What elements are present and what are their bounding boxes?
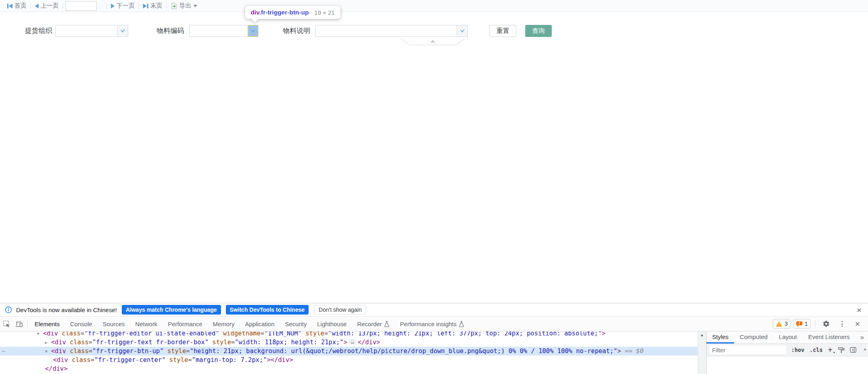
more-tabs-chevron[interactable]: » <box>860 331 868 343</box>
toolbar-separator <box>139 3 139 9</box>
last-page-button[interactable]: 末页 <box>143 2 162 10</box>
tab-label: Sources <box>103 321 125 327</box>
inspect-highlight-overlay <box>248 25 258 37</box>
code-token: <div <box>51 339 66 346</box>
tab-label: Performance <box>168 321 203 327</box>
styles-tab-computed[interactable]: Computed <box>734 331 773 343</box>
code-token: <div <box>43 331 58 337</box>
devtools-tab-performance-insights[interactable]: Performance insights <box>395 317 469 331</box>
devtools-tab-performance[interactable]: Performance <box>163 317 208 331</box>
next-page-button[interactable]: 下一页 <box>111 2 135 10</box>
line-gutter-dots[interactable]: ⋯ <box>2 347 5 356</box>
experiment-flask-icon <box>459 321 464 327</box>
elements-scrollbar[interactable]: ▲ <box>698 331 706 374</box>
expanded-arrow-icon[interactable]: ▼ <box>37 331 43 338</box>
tooltip-tag-name: div <box>251 9 259 16</box>
devtools-tab-security[interactable]: Security <box>280 317 312 331</box>
item-desc-input[interactable] <box>315 25 468 37</box>
prev-page-button[interactable]: 上一页 <box>35 2 59 10</box>
styles-tab-layout[interactable]: Layout <box>773 331 802 343</box>
styles-filter-input[interactable] <box>710 345 786 354</box>
export-button[interactable]: 导出 <box>171 2 197 10</box>
dropdown-trigger-button[interactable] <box>457 25 467 37</box>
devtools-tab-elements[interactable]: Elements <box>29 317 65 331</box>
tab-label: Recorder <box>357 321 382 327</box>
elements-tree-line[interactable]: </div> <box>0 364 698 373</box>
page-number-input[interactable] <box>66 1 97 11</box>
styles-sidebar: StylesComputedLayoutEvent Listeners» :ho… <box>706 331 868 374</box>
devtools-tab-memory[interactable]: Memory <box>208 317 240 331</box>
code-token: </div> <box>358 339 380 346</box>
settings-button[interactable] <box>820 317 833 331</box>
elements-tree-line[interactable]: ▶<div class="fr-trigger-text fr-border-b… <box>0 338 698 347</box>
devtools-tabs: ElementsConsoleSourcesNetworkPerformance… <box>29 317 469 331</box>
notification-close-icon[interactable]: × <box>857 303 862 317</box>
styles-tab-event-listeners[interactable]: Event Listeners <box>802 331 855 343</box>
toolbar-separator <box>815 320 815 327</box>
toolbar-separator <box>166 3 167 9</box>
more-options-button[interactable] <box>835 317 848 331</box>
expanded-arrow-icon[interactable]: ▼ <box>45 347 51 356</box>
query-button[interactable]: 查询 <box>525 25 552 37</box>
code-token: "fr-trigger-editor ui-state-enabled" <box>84 331 219 337</box>
element-style-rule[interactable]: element.style { height: 21px; <box>706 356 868 374</box>
pagination-toolbar: 首页 上一页 下一页 末页 导出 <box>0 0 868 12</box>
notification-message: DevTools is now available in Chinese! <box>16 307 117 313</box>
sidebar-panel-icon[interactable] <box>850 347 856 353</box>
devtools-tab-application[interactable]: Application <box>240 317 280 331</box>
tab-label: Application <box>245 321 274 327</box>
styles-scroll-up-icon[interactable]: ▲ <box>863 347 867 351</box>
code-token: "width: 118px; height: 21px;" <box>235 339 344 346</box>
new-style-rule-button[interactable]: + <box>828 346 833 354</box>
devtools-close-icon[interactable]: × <box>851 317 864 331</box>
style-editor-brush-icon[interactable] <box>838 347 845 353</box>
devtools: DevTools is now available in Chinese! Al… <box>0 303 868 374</box>
collapsed-arrow-icon[interactable]: ▶ <box>45 338 51 347</box>
screen: 首页 上一页 下一页 末页 导出 提货组织 <box>0 0 868 374</box>
styles-tab-styles[interactable]: Styles <box>706 331 734 343</box>
experiment-flask-icon <box>384 321 389 327</box>
first-page-icon <box>7 4 12 8</box>
code-token: "ITEM_NUM" <box>264 331 302 337</box>
collapse-panel-handle[interactable] <box>400 38 465 46</box>
device-toolbar-button[interactable] <box>13 317 26 331</box>
devtools-tab-sources[interactable]: Sources <box>98 317 130 331</box>
scroll-up-icon[interactable]: ▲ <box>698 331 706 339</box>
first-page-button[interactable]: 首页 <box>7 2 27 10</box>
match-language-button[interactable]: Always match Chrome's language <box>122 305 221 315</box>
devtools-tab-lighthouse[interactable]: Lighthouse <box>312 317 352 331</box>
code-token: = <box>260 331 264 337</box>
code-token: style <box>302 331 324 337</box>
code-token: <div <box>51 347 66 355</box>
warnings-badge[interactable]: 3 <box>773 319 790 329</box>
devtools-toolbar-right: 3 1 × <box>773 317 868 331</box>
tab-label: Console <box>70 321 92 327</box>
code-token: class <box>66 347 88 355</box>
warning-icon <box>776 321 782 327</box>
devtools-tab-network[interactable]: Network <box>130 317 163 331</box>
code-token: = <box>324 331 328 337</box>
dropdown-trigger-button[interactable] <box>117 25 128 37</box>
devtools-tab-recorder[interactable]: Recorder <box>352 317 395 331</box>
switch-to-chinese-button[interactable]: Switch DevTools to Chinese <box>226 305 309 315</box>
devtools-language-notification: DevTools is now available in Chinese! Al… <box>0 303 868 317</box>
elements-tree-line[interactable]: <div class="fr-trigger-center" style="ma… <box>0 356 698 364</box>
code-token: = <box>186 347 190 355</box>
devtools-tab-console[interactable]: Console <box>65 317 98 331</box>
prev-page-label: 上一页 <box>41 2 59 10</box>
toggle-pseudo-classes-button[interactable]: :hov <box>791 347 805 353</box>
elements-tree-line[interactable]: ▼<div class="fr-trigger-editor ui-state-… <box>0 331 698 338</box>
issues-badge[interactable]: 1 <box>793 319 811 329</box>
pickup-org-input[interactable] <box>55 25 128 37</box>
reset-button[interactable]: 重置 <box>489 25 516 37</box>
inspect-tooltip-selector: div.fr-trigger-btn-up <box>251 9 309 16</box>
dont-show-again-button[interactable]: Don't show again <box>314 305 366 315</box>
elements-tree-line-selected[interactable]: ⋯▼<div class="fr-trigger-btn-up" style="… <box>0 347 698 356</box>
tab-label: Network <box>135 321 158 327</box>
inline-expand-button[interactable]: … <box>349 339 356 344</box>
inspect-element-button[interactable] <box>0 317 13 331</box>
next-page-label: 下一页 <box>117 2 135 10</box>
toggle-element-classes-button[interactable]: .cls <box>810 347 823 353</box>
devtools-tabbar: ElementsConsoleSourcesNetworkPerformance… <box>0 317 868 331</box>
caret-down-icon <box>193 5 197 9</box>
